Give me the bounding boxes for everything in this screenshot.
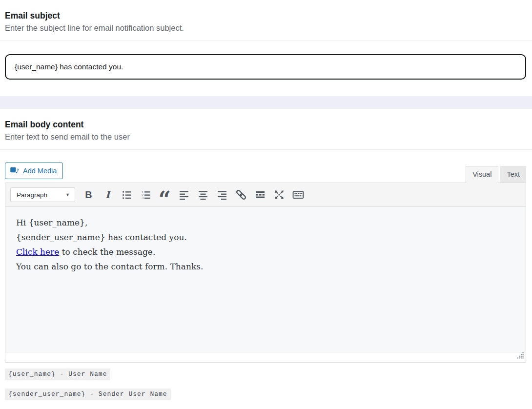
- paragraph-format-label: Paragraph: [17, 191, 47, 199]
- keyboard-icon: [292, 189, 305, 201]
- paragraph-format-dropdown[interactable]: Paragraph ▼: [10, 187, 75, 202]
- click-here-link[interactable]: Click here: [16, 247, 59, 257]
- numbered-list-icon: 1 2 3: [140, 189, 152, 201]
- section-divider-band: [0, 96, 532, 109]
- email-subject-description: Enter the subject line for email notific…: [5, 22, 526, 33]
- divider-line: [0, 149, 532, 150]
- italic-button[interactable]: I: [98, 186, 117, 203]
- editor-line: You can also go to the contact form. Tha…: [16, 259, 516, 274]
- align-center-icon: [197, 189, 209, 201]
- placeholder-hint-row: {user_name} - User Name: [5, 368, 532, 380]
- bulleted-list-icon: [121, 189, 133, 201]
- wysiwyg-editor: Paragraph ▼ B I 1 2: [5, 183, 526, 363]
- email-body-description: Enter text to send email to the user: [5, 131, 526, 142]
- fullscreen-icon: [273, 189, 285, 201]
- editor-body[interactable]: Hi {user_name}, {sender_user_name} has c…: [5, 207, 526, 352]
- user-name-placeholder-hint: {user_name} - User Name: [5, 368, 110, 380]
- editor-header-row: Add Media Visual Text: [5, 163, 526, 183]
- bold-icon: B: [85, 189, 92, 201]
- editor-line-text: to check the message.: [59, 247, 155, 257]
- blockquote-icon: “: [159, 189, 171, 201]
- add-media-label: Add Media: [23, 167, 57, 175]
- sender-user-name-placeholder-hint: {sender_user_name} - Sender User Name: [5, 389, 171, 400]
- editor-line: Click here to check the message.: [16, 245, 516, 259]
- svg-text:3: 3: [142, 196, 143, 200]
- insert-link-button[interactable]: [231, 186, 250, 203]
- toolbar-toggle-button[interactable]: [288, 186, 307, 203]
- editor-statusbar: [5, 352, 526, 362]
- fullscreen-button[interactable]: [269, 186, 288, 203]
- divider-line: [0, 41, 532, 41]
- email-subject-title: Email subject: [5, 0, 526, 21]
- settings-page: Email subject Enter the subject line for…: [0, 0, 532, 400]
- numbered-list-button[interactable]: 1 2 3: [136, 186, 155, 203]
- editor-line: Hi {user_name},: [16, 215, 516, 230]
- bold-button[interactable]: B: [79, 186, 98, 203]
- add-media-button[interactable]: Add Media: [5, 163, 63, 179]
- blockquote-button[interactable]: “: [155, 186, 174, 203]
- align-left-icon: [178, 189, 190, 201]
- align-left-button[interactable]: [174, 186, 193, 203]
- tab-text[interactable]: Text: [500, 166, 526, 183]
- tab-visual[interactable]: Visual: [466, 166, 498, 183]
- align-right-button[interactable]: [212, 186, 231, 203]
- add-media-icon: [10, 165, 20, 177]
- placeholder-hint-row: {sender_user_name} - Sender User Name: [5, 389, 532, 400]
- align-right-icon: [216, 189, 228, 201]
- email-subject-input[interactable]: [5, 54, 526, 80]
- editor-mode-tabs: Visual Text: [466, 166, 526, 183]
- email-body-title: Email body content: [5, 109, 526, 130]
- read-more-tag-button[interactable]: [250, 186, 269, 203]
- editor-resize-handle[interactable]: [516, 351, 524, 361]
- read-more-tag-icon: [254, 189, 266, 201]
- editor-toolbar: Paragraph ▼ B I 1 2: [5, 183, 526, 207]
- bulleted-list-button[interactable]: [117, 186, 136, 203]
- italic-icon: I: [105, 189, 110, 201]
- chevron-down-icon: ▼: [65, 192, 70, 197]
- link-icon: [235, 189, 247, 201]
- align-center-button[interactable]: [193, 186, 212, 203]
- editor-line: {sender_user_name} has contacted you.: [16, 230, 516, 245]
